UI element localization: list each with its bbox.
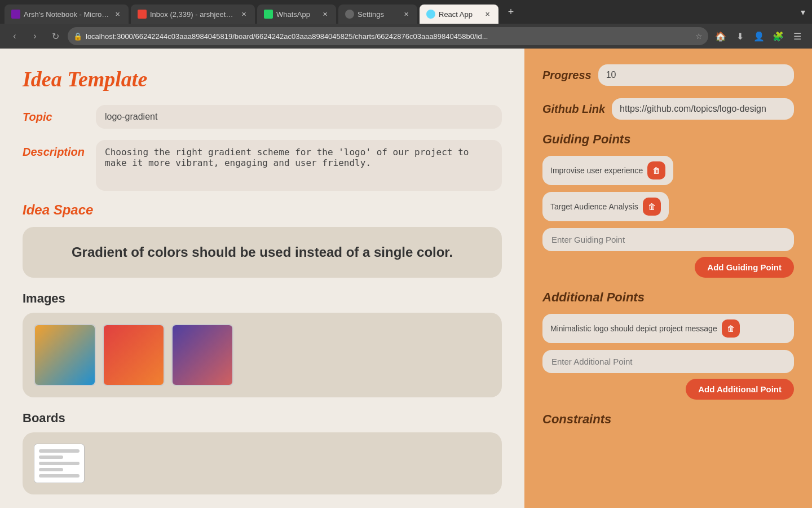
boards-label: Boards xyxy=(23,411,502,426)
topic-field-row: Topic xyxy=(23,105,502,129)
additional-point-input[interactable] xyxy=(542,350,794,373)
react-tab-icon xyxy=(426,10,435,19)
board-lines xyxy=(34,445,84,482)
image-thumb-3 xyxy=(171,324,233,386)
constraints-title: Constraints xyxy=(542,412,794,427)
tab-whatsapp-label: WhatsApp xyxy=(276,10,317,19)
github-label: Github Link xyxy=(542,103,605,116)
guiding-points-list: Improvise user experience 🗑 Target Audie… xyxy=(542,156,794,221)
guiding-points-title: Guiding Points xyxy=(542,132,794,147)
board-line-5 xyxy=(39,474,80,478)
board-line-4 xyxy=(39,468,63,471)
board-line-2 xyxy=(39,456,63,459)
tab-onenote[interactable]: Arsh's Notebook - Microsoft O... ✕ xyxy=(5,5,129,24)
add-additional-point-button[interactable]: Add Additional Point xyxy=(686,379,794,400)
tab-overflow-button[interactable]: ▾ xyxy=(798,5,807,20)
idea-space-title: Idea Space xyxy=(23,202,502,218)
delete-guiding-1-button[interactable]: 🗑 xyxy=(647,161,665,179)
back-button[interactable]: ‹ xyxy=(7,28,23,44)
security-icon: 🔒 xyxy=(73,32,82,41)
address-bar-wrapper[interactable]: 🔒 ☆ xyxy=(68,27,708,45)
images-label: Images xyxy=(23,291,502,306)
guiding-point-input[interactable] xyxy=(542,228,794,251)
pocket-icon[interactable]: 🏠 xyxy=(713,28,729,44)
settings-tab-icon xyxy=(345,10,354,19)
browser-chrome: Arsh's Notebook - Microsoft O... ✕ Inbox… xyxy=(0,0,812,49)
tab-react-close[interactable]: ✕ xyxy=(483,10,492,19)
boards-box xyxy=(23,432,502,494)
board-line-3 xyxy=(39,462,80,465)
tab-onenote-label: Arsh's Notebook - Microsoft O... xyxy=(24,10,109,19)
page-title: Idea Template xyxy=(23,67,502,91)
tab-onenote-close[interactable]: ✕ xyxy=(113,10,122,19)
onenote-icon xyxy=(11,10,20,19)
guiding-chip-2-text: Target Audience Analysis xyxy=(550,202,638,211)
topic-label: Topic xyxy=(23,111,96,124)
additional-points-title: Additional Points xyxy=(542,290,794,305)
address-bar[interactable] xyxy=(86,32,692,41)
gradient-image-3 xyxy=(173,325,232,385)
left-panel: Idea Template Topic Description Choosing… xyxy=(0,49,524,508)
tab-react[interactable]: React App ✕ xyxy=(420,5,498,24)
additional-chip-1: Minimalistic logo should depict project … xyxy=(542,314,794,343)
delete-additional-1-button[interactable]: 🗑 xyxy=(722,319,740,338)
guiding-chip-2: Target Audience Analysis 🗑 xyxy=(542,192,669,221)
tab-settings-label: Settings xyxy=(358,10,398,19)
board-thumb-1 xyxy=(34,444,85,483)
new-tab-button[interactable]: + xyxy=(503,4,519,20)
tab-whatsapp-close[interactable]: ✕ xyxy=(320,10,329,19)
tab-bar: Arsh's Notebook - Microsoft O... ✕ Inbox… xyxy=(0,0,812,24)
idea-space-box: Gradient of colors should be used instea… xyxy=(23,227,502,278)
bookmark-star-icon[interactable]: ☆ xyxy=(695,32,703,41)
gmail-icon xyxy=(138,10,147,19)
description-label: Description xyxy=(23,140,96,159)
images-section: Images xyxy=(23,291,502,397)
profile-icon[interactable]: 👤 xyxy=(751,28,767,44)
guiding-chip-1: Improvise user experience 🗑 xyxy=(542,156,673,185)
reload-button[interactable]: ↻ xyxy=(47,28,63,44)
tab-gmail[interactable]: Inbox (2,339) - arshjeetsingh12... ✕ xyxy=(131,5,255,24)
forward-button[interactable]: › xyxy=(27,28,43,44)
github-input[interactable] xyxy=(612,98,794,120)
progress-input[interactable] xyxy=(598,64,794,86)
tab-settings-close[interactable]: ✕ xyxy=(401,10,411,19)
gradient-image-2 xyxy=(104,325,164,385)
images-box xyxy=(23,313,502,397)
tab-gmail-label: Inbox (2,339) - arshjeetsingh12... xyxy=(150,10,236,19)
guiding-chip-1-text: Improvise user experience xyxy=(550,166,643,175)
add-guiding-point-button[interactable]: Add Guiding Point xyxy=(695,257,794,278)
image-thumb-2 xyxy=(103,324,165,386)
progress-row: Progress xyxy=(542,64,794,86)
nav-icons: 🏠 ⬇ 👤 🧩 ☰ xyxy=(713,28,805,44)
download-icon[interactable]: ⬇ xyxy=(732,28,748,44)
progress-label: Progress xyxy=(542,69,592,82)
tab-react-label: React App xyxy=(439,10,479,19)
nav-bar: ‹ › ↻ 🔒 ☆ 🏠 ⬇ 👤 🧩 ☰ xyxy=(0,24,812,49)
main-content: Idea Template Topic Description Choosing… xyxy=(0,49,812,508)
whatsapp-icon xyxy=(264,10,273,19)
topic-input[interactable] xyxy=(96,105,502,129)
delete-guiding-2-button[interactable]: 🗑 xyxy=(643,198,661,216)
menu-icon[interactable]: ☰ xyxy=(789,28,805,44)
board-line-1 xyxy=(39,449,80,453)
description-field-row: Description Choosing the right gradient … xyxy=(23,140,502,191)
right-panel: Progress Github Link Guiding Points Impr… xyxy=(524,49,812,508)
boards-section: Boards xyxy=(23,411,502,494)
gradient-image-1 xyxy=(35,325,95,385)
image-thumb-1 xyxy=(34,324,96,386)
tab-whatsapp[interactable]: WhatsApp ✕ xyxy=(257,5,336,24)
extensions-icon[interactable]: 🧩 xyxy=(770,28,786,44)
idea-space-text: Gradient of colors should be used instea… xyxy=(72,244,453,260)
github-row: Github Link xyxy=(542,98,794,120)
tab-settings[interactable]: Settings ✕ xyxy=(338,5,417,24)
tab-gmail-close[interactable]: ✕ xyxy=(239,10,248,19)
additional-chip-1-text: Minimalistic logo should depict project … xyxy=(550,324,717,333)
description-textarea[interactable]: Choosing the right gradient scheme for t… xyxy=(96,140,502,191)
